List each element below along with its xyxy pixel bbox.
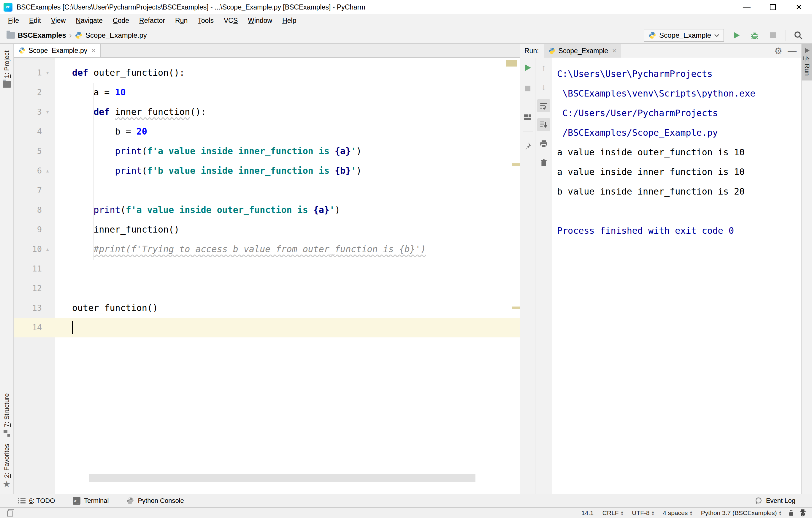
code-line[interactable]: def inner_function():	[55, 102, 520, 122]
clear-console-button[interactable]	[537, 156, 550, 169]
line-number[interactable]: 13	[13, 298, 55, 318]
inspections-hector-icon[interactable]	[799, 509, 807, 517]
line-number[interactable]: 11	[13, 259, 55, 279]
menu-tools[interactable]: Tools	[193, 17, 219, 25]
menu-run[interactable]: Run	[170, 17, 193, 25]
line-number[interactable]: 3▾	[13, 102, 55, 122]
window-title: BSCExamples [C:\Users\User\PycharmProjec…	[17, 3, 365, 11]
hide-panel-icon[interactable]: —	[788, 46, 796, 56]
minimize-button[interactable]: —	[734, 0, 760, 14]
breadcrumb: BSCExamples › Scope_Example.py	[6, 31, 147, 40]
tool-window-switcher-icon[interactable]	[7, 509, 14, 517]
pin-tab-button[interactable]	[521, 140, 534, 153]
line-number[interactable]: 9	[13, 220, 55, 239]
tool-stripe-terminal[interactable]: >_ Terminal	[73, 497, 109, 505]
line-number[interactable]: 4	[13, 122, 55, 141]
fold-marker-icon[interactable]: ▾	[44, 102, 51, 122]
code-line[interactable]: def outer_function():	[55, 63, 520, 83]
left-tool-stripe: 1: Project 7: Structure 2: Favorites ★	[0, 44, 13, 494]
print-button[interactable]	[537, 137, 550, 150]
code-line[interactable]: print(f'b value inside inner_function is…	[55, 161, 520, 181]
search-everywhere-icon[interactable]	[792, 29, 804, 41]
menu-window[interactable]: Window	[243, 17, 277, 25]
line-number[interactable]: 5	[13, 141, 55, 161]
scroll-to-end-button[interactable]	[537, 118, 550, 131]
console-line: C:/Users/User/PycharmProjects	[557, 103, 801, 123]
menu-refactor[interactable]: Refactor	[134, 17, 170, 25]
text-caret	[72, 321, 73, 334]
line-number[interactable]: 1▾	[13, 63, 55, 83]
line-number[interactable]: 12	[13, 279, 55, 298]
fold-marker-icon[interactable]: ▴	[44, 239, 51, 259]
menu-edit[interactable]: Edit	[24, 17, 46, 25]
todo-list-icon	[18, 497, 26, 504]
code-line[interactable]: inner_function()	[55, 220, 520, 239]
editor-tab[interactable]: Scope_Example.py ×	[13, 44, 100, 57]
code-line[interactable]: a = 10	[55, 83, 520, 102]
code-line[interactable]: print(f'a value inside inner_function is…	[55, 141, 520, 161]
stepper-icon: ▴▾	[621, 510, 623, 516]
tool-stripe-python-console[interactable]: Python Console	[126, 497, 184, 505]
status-4-spaces[interactable]: 4 spaces▴▾	[660, 509, 694, 517]
event-log-item[interactable]: Event Log	[755, 497, 795, 505]
breadcrumb-project[interactable]: BSCExamples	[18, 31, 66, 39]
tool-stripe-structure[interactable]: 7: Structure	[3, 390, 11, 440]
run-console-output[interactable]: C:\Users\User\PycharmProjects \BSCExampl…	[552, 58, 801, 494]
chevron-down-icon	[714, 34, 719, 37]
line-number[interactable]: 10▴	[13, 239, 55, 259]
close-button[interactable]: ✕	[786, 0, 812, 14]
menu-view[interactable]: View	[46, 17, 70, 25]
terminal-label: Terminal	[84, 497, 109, 505]
restore-button[interactable]	[760, 0, 786, 14]
star-icon: ★	[3, 481, 11, 487]
code-line[interactable]	[55, 259, 520, 279]
unlock-icon[interactable]	[788, 509, 795, 517]
status-crlf[interactable]: CRLF▴▾	[600, 509, 625, 517]
soft-wrap-button[interactable]	[537, 99, 550, 112]
code-line[interactable]: outer_function()	[55, 298, 520, 318]
status-14-1[interactable]: 14:1	[579, 509, 596, 517]
debug-button[interactable]	[749, 29, 761, 41]
code-line[interactable]	[55, 279, 520, 298]
structure-stripe-label: 7: Structure	[3, 393, 11, 427]
run-configuration-select[interactable]: Scope_Example	[644, 29, 724, 42]
restore-layout-button[interactable]	[521, 111, 534, 124]
python-file-icon	[75, 31, 83, 39]
fold-marker-icon[interactable]: ▴	[44, 161, 51, 181]
code-line[interactable]: print(f'a value inside outer_function is…	[55, 200, 520, 220]
menu-navigate[interactable]: Navigate	[70, 17, 108, 25]
status-utf-8[interactable]: UTF-8▴▾	[630, 509, 656, 517]
line-number[interactable]: 6▴	[13, 161, 55, 181]
structure-icon	[4, 430, 10, 437]
line-number[interactable]: 7	[13, 181, 55, 200]
menu-file[interactable]: File	[3, 17, 24, 25]
run-tab[interactable]: Scope_Example ×	[544, 44, 621, 58]
run-button[interactable]	[730, 29, 742, 41]
status-python-3-7-bscexamples-[interactable]: Python 3.7 (BSCExamples)▴▾	[699, 509, 784, 517]
tab-close-icon[interactable]: ×	[91, 46, 95, 55]
code-editor[interactable]: def outer_function(): a = 10 def inner_f…	[55, 58, 520, 494]
run-toolbar-console: ↑ ↓	[535, 58, 552, 494]
menu-help[interactable]: Help	[277, 17, 301, 25]
console-line: a value inside inner_function is 10	[557, 162, 801, 182]
line-number[interactable]: 8	[13, 200, 55, 220]
line-number[interactable]: 14	[13, 318, 55, 337]
menu-vcs[interactable]: VCS	[219, 17, 243, 25]
line-number[interactable]: 2	[13, 83, 55, 102]
menu-code[interactable]: Code	[108, 17, 134, 25]
code-line[interactable]	[55, 318, 520, 337]
fold-marker-icon[interactable]: ▾	[44, 63, 51, 83]
tool-stripe-favorites[interactable]: 2: Favorites ★	[3, 440, 11, 491]
tool-stripe-run[interactable]: 4: Run	[802, 44, 812, 81]
console-line: /BSCExamples/Scope_Example.py	[557, 123, 801, 142]
tool-stripe-project[interactable]: 1: Project	[3, 47, 11, 91]
tool-stripe-todo[interactable]: 6: TODO	[18, 497, 55, 505]
breadcrumb-file[interactable]: Scope_Example.py	[85, 31, 147, 39]
editor-gutter: 1▾23▾456▴78910▴11121314	[13, 58, 55, 494]
code-line[interactable]: #print(f'Trying to access b value from o…	[55, 239, 520, 259]
run-tab-close-icon[interactable]: ×	[612, 47, 616, 55]
code-line[interactable]	[55, 181, 520, 200]
rerun-button[interactable]	[521, 61, 534, 74]
gear-icon[interactable]: ⚙	[774, 46, 782, 56]
code-line[interactable]: b = 20	[55, 122, 520, 141]
